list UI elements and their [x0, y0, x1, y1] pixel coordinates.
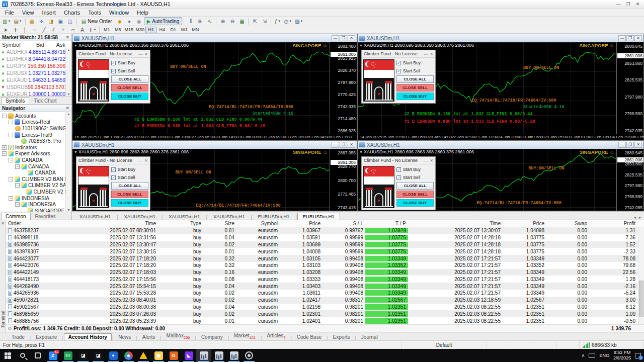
- history-row[interactable]: 4639981182025.02.07 13:31:56buy0.04eurus…: [6, 234, 644, 241]
- terminal-tab-code-base[interactable]: Code Base: [292, 333, 326, 340]
- chart-window-titlebar[interactable]: XAUUSDm,H1—❐✕: [72, 34, 357, 42]
- ea-panel-close-icon[interactable]: ✕: [144, 158, 148, 163]
- terminal-tab-mailbox[interactable]: Mailbox256: [162, 332, 195, 340]
- arrange-up-button[interactable]: ⇱: [250, 17, 260, 25]
- zoom-out-button[interactable]: ⊖: [227, 17, 237, 25]
- history-row[interactable]: 4639857362025.02.07 13:30:47buy0.02eurus…: [6, 241, 644, 248]
- market-watch-row[interactable]: ▲EUXAUD1.646331.64659: [0, 76, 71, 83]
- navigator-item[interactable]: −CANADA: [0, 163, 71, 170]
- navigator-item[interactable]: −Exness-Trial9: [0, 132, 71, 138]
- terminal-tab-journal[interactable]: Journal: [357, 333, 382, 340]
- chart-tab-4[interactable]: EURUSDm,H1: [253, 213, 295, 220]
- history-row[interactable]: 4644230762025.02.07 17:18:20buy0.32eurus…: [6, 262, 644, 269]
- climber-fund-panel[interactable]: Climber Fund - No License—✕✦✦✦✦✦♥✓Start …: [76, 50, 150, 104]
- ea-panel-close-icon[interactable]: ✕: [430, 158, 433, 163]
- market-watch-tab-symbols[interactable]: Symbols: [1, 97, 29, 104]
- chrome-app-icon[interactable]: [121, 349, 136, 362]
- menu-item-charts[interactable]: Charts: [60, 9, 84, 16]
- history-row[interactable]: 4644181732025.02.07 17:15:56buy0.08eurus…: [6, 276, 644, 283]
- close-sell-button[interactable]: CLOSE SELL: [111, 191, 148, 198]
- ea-panel-minimize-icon[interactable]: —: [138, 158, 142, 163]
- timeframe-m15-button[interactable]: M15: [123, 27, 134, 33]
- close-buy-button[interactable]: CLOSE BUY: [111, 199, 148, 207]
- collapse-toggle-icon[interactable]: −: [9, 133, 13, 137]
- start-sell-checkbox[interactable]: ✓: [111, 175, 116, 180]
- close-buy-button[interactable]: CLOSE BUY: [111, 93, 148, 100]
- arrange-down-button[interactable]: ⇲: [260, 17, 269, 25]
- market-watch-row[interactable]: ▲EUXEUR1.000001.00000: [0, 90, 71, 96]
- collapse-toggle-icon[interactable]: −: [9, 158, 13, 162]
- metaeditor-button[interactable]: ◆: [115, 17, 125, 25]
- close-all-button[interactable]: CLOSE ALL: [111, 75, 148, 83]
- crosshair-tool[interactable]: ✛: [11, 26, 20, 34]
- navigator-item[interactable]: 70285375: Pro: [0, 138, 71, 144]
- navigator-item[interactable]: +ƒIndicators: [0, 144, 71, 151]
- attach-expert-button[interactable]: ◉: [134, 17, 144, 25]
- terminal-tab-articles[interactable]: Articles7: [262, 332, 290, 340]
- expert-properties-button[interactable]: ●: [125, 17, 134, 25]
- navigator-toggle[interactable]: ◨: [46, 17, 56, 25]
- close-sell-button[interactable]: CLOSE SELL: [396, 191, 434, 198]
- start-buy-checkbox[interactable]: ✓: [396, 61, 401, 65]
- chart-minimize-button[interactable]: —: [618, 35, 626, 41]
- chart-tab-3[interactable]: XAUUSDm,H1: [208, 213, 250, 220]
- collapse-toggle-icon[interactable]: −: [15, 202, 20, 207]
- ea-panel-minimize-icon[interactable]: —: [138, 52, 142, 56]
- task-view-button[interactable]: [30, 349, 45, 362]
- profiles-button[interactable]: ▤▼: [12, 17, 23, 25]
- chart-window-titlebar[interactable]: XAUUSDm,H1—❐✕: [72, 141, 357, 149]
- periods-button[interactable]: ◷▼: [282, 17, 293, 25]
- collapse-toggle-icon[interactable]: −: [2, 114, 7, 118]
- chart-tab-2[interactable]: XAUUSDm,H1: [163, 213, 205, 220]
- cursor-tool[interactable]: ➤: [1, 26, 11, 34]
- navigator-tab-common[interactable]: Common: [1, 213, 31, 220]
- terminal-tab-experts[interactable]: Experts: [329, 333, 355, 340]
- autotrading-button[interactable]: ▶AutoTrading: [144, 17, 183, 25]
- navigator-item[interactable]: −INDONESIA: [0, 201, 71, 208]
- navigator-item[interactable]: 110119062: SWING H: [0, 125, 71, 132]
- terminal-tab-account-history[interactable]: Account History: [64, 333, 112, 340]
- climber-fund-panel[interactable]: Climber Fund - No License—✕✦✦✦✦✦♥✓Start …: [76, 156, 150, 210]
- scroll-right-icon[interactable]: ▸: [639, 215, 641, 220]
- menu-item-insert[interactable]: Insert: [38, 9, 60, 16]
- ea-panel-close-icon[interactable]: ✕: [430, 52, 433, 56]
- navigator-item[interactable]: −CLIMBER V2 BAN NEW: [0, 176, 71, 183]
- climber-fund-panel[interactable]: Climber Fund - No License—✕✦✦✦✦✦♥✓Start …: [361, 50, 436, 104]
- chart-canvas[interactable]: ▼XAUUSDm,H1 2860.696 2863.368 2860.376 2…: [72, 42, 330, 134]
- navigator-item[interactable]: −Expert Advisors: [0, 151, 71, 157]
- chart-close-button[interactable]: ✕: [348, 142, 355, 148]
- navigator-item[interactable]: CANADA: [0, 169, 71, 176]
- history-scrollbar[interactable]: [638, 227, 644, 324]
- expand-toggle-icon[interactable]: +: [2, 145, 7, 150]
- calendar-app-icon[interactable]: 321: [60, 349, 75, 362]
- strategy-tester-toggle[interactable]: ◫: [65, 17, 75, 25]
- navigator-item[interactable]: −Exness-Real: [0, 119, 71, 126]
- navigator-close-icon[interactable]: ✕: [65, 106, 69, 111]
- video-call-app-icon[interactable]: Z5+: [45, 349, 60, 362]
- close-buy-button[interactable]: CLOSE BUY: [396, 199, 434, 207]
- vertical-line-tool[interactable]: │: [20, 26, 30, 34]
- browser-app-icon[interactable]: ●: [106, 349, 121, 362]
- history-row[interactable]: 4639793072025.02.07 13:30:15buy0.01eurus…: [6, 248, 644, 255]
- chart-body[interactable]: ▼XAUUSDm,H1 2860.696 2863.368 2860.376 2…: [72, 149, 357, 211]
- line-chart-button[interactable]: ∿: [205, 17, 214, 25]
- collapse-toggle-icon[interactable]: −: [9, 120, 13, 124]
- new-order-button[interactable]: ▤New Order: [78, 17, 115, 25]
- close-all-button[interactable]: CLOSE ALL: [396, 182, 434, 190]
- arrows-tool[interactable]: ⇟▼: [87, 26, 98, 34]
- start-buy-checkbox[interactable]: ✓: [396, 167, 401, 172]
- search-button[interactable]: [15, 349, 30, 362]
- market-watch-row[interactable]: ▲EURHKX8.044418.04722: [0, 55, 71, 62]
- timeframe-m30-button[interactable]: M30: [134, 27, 145, 33]
- chart-body[interactable]: ▼XAUUSDm,H1 2860.696 2863.368 2860.376 2…: [358, 42, 643, 140]
- language-indicator[interactable]: ENG: [599, 353, 609, 358]
- shapes-tool[interactable]: ▱: [68, 26, 77, 34]
- chart-restore-button[interactable]: ❐: [626, 142, 634, 148]
- close-sell-button[interactable]: CLOSE SELL: [111, 84, 148, 92]
- timeframe-h4-button[interactable]: H4: [156, 27, 168, 33]
- close-button[interactable]: ✕: [633, 1, 642, 8]
- market-watch-scrollbar[interactable]: ▲▼: [65, 48, 71, 96]
- collapse-toggle-icon[interactable]: −: [15, 164, 20, 169]
- notification-icon[interactable]: 1: [635, 353, 641, 358]
- terminal-toggle[interactable]: ▣: [56, 17, 65, 25]
